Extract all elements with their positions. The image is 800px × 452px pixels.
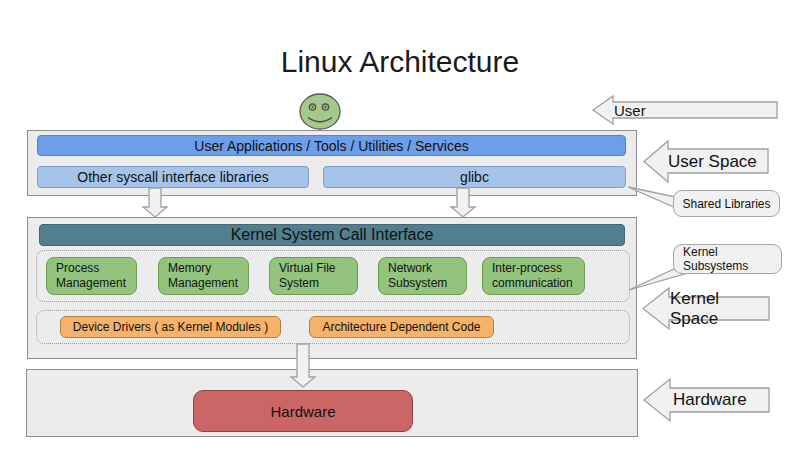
kernel-syscall-interface-bar: Kernel System Call Interface bbox=[39, 224, 625, 246]
other-syscall-libraries-label: Other syscall interface libraries bbox=[77, 169, 268, 185]
hardware-box: Hardware bbox=[193, 390, 413, 432]
syscall-arrow-left bbox=[142, 188, 168, 218]
kernel-to-hardware-arrow bbox=[290, 344, 316, 388]
subsystem-label: Virtual File System bbox=[279, 261, 357, 292]
subsystem-label: Inter-process communication bbox=[492, 261, 584, 292]
subsystem-interprocess-communication: Inter-process communication bbox=[482, 257, 585, 295]
subsystem-label: Process Management bbox=[56, 261, 136, 292]
kernel-subsystems-callout: Kernel Subsystems bbox=[673, 244, 782, 274]
shared-libraries-label: Shared Libraries bbox=[682, 197, 770, 211]
down-arrow-icon bbox=[142, 188, 168, 218]
hardware-box-label: Hardware bbox=[270, 403, 335, 420]
syscall-arrow-right bbox=[450, 188, 476, 218]
subsystem-network-subsystem: Network Subsystem bbox=[378, 257, 467, 295]
subsystem-memory-management: Memory Management bbox=[158, 257, 249, 295]
hardware-arrow-label: Hardware bbox=[643, 390, 747, 410]
user-arrow: User bbox=[592, 95, 778, 125]
down-arrow-icon bbox=[450, 188, 476, 218]
device-drivers-label: Device Drivers ( as Kernel Modules ) bbox=[73, 320, 268, 334]
down-arrow-icon bbox=[290, 344, 316, 388]
kernel-space-arrow: Kernel Space bbox=[642, 287, 770, 330]
architecture-dependent-code-label: Architecture Dependent Code bbox=[322, 320, 480, 334]
kernel-subsystems-label: Kernel Subsystems bbox=[683, 245, 781, 274]
hardware-arrow: Hardware bbox=[643, 378, 770, 422]
subsystem-virtual-file-system: Virtual File System bbox=[269, 257, 358, 295]
subsystem-label: Network Subsystem bbox=[388, 261, 466, 292]
user-applications-bar: User Applications / Tools / Utilities / … bbox=[37, 135, 626, 156]
kernel-syscall-interface-label: Kernel System Call Interface bbox=[231, 226, 434, 244]
diagram-title: Linux Architecture bbox=[0, 45, 800, 79]
user-applications-label: User Applications / Tools / Utilities / … bbox=[194, 138, 468, 154]
glibc-label: glibc bbox=[460, 169, 489, 185]
other-syscall-libraries-box: Other syscall interface libraries bbox=[37, 166, 309, 188]
user-arrow-label: User bbox=[592, 102, 646, 119]
kernel-space-arrow-label: Kernel Space bbox=[642, 289, 770, 329]
device-drivers-box: Device Drivers ( as Kernel Modules ) bbox=[60, 316, 281, 338]
architecture-dependent-code-box: Architecture Dependent Code bbox=[309, 316, 494, 338]
subsystem-process-management: Process Management bbox=[46, 257, 137, 295]
user-space-arrow: User Space bbox=[643, 140, 769, 183]
user-space-arrow-label: User Space bbox=[643, 152, 757, 172]
glibc-box: glibc bbox=[323, 166, 626, 188]
subsystem-label: Memory Management bbox=[168, 261, 248, 292]
shared-libraries-callout: Shared Libraries bbox=[673, 190, 780, 217]
smiley-face-icon bbox=[298, 92, 342, 132]
